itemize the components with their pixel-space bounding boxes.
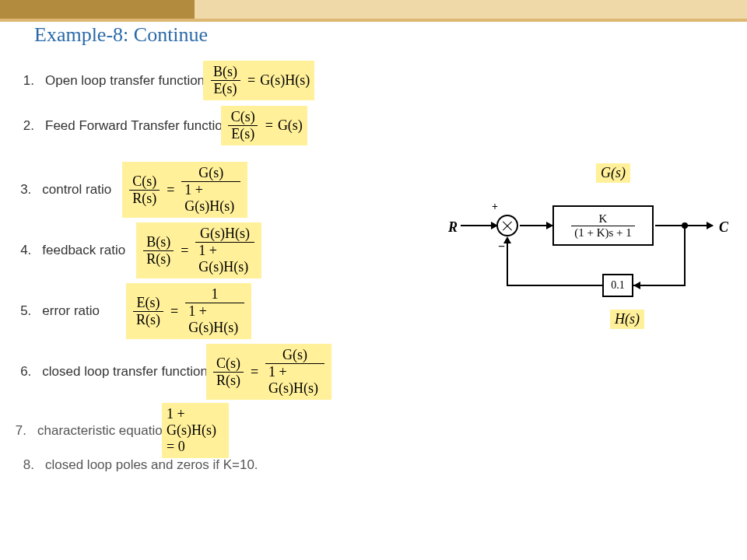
list-item: 6. closed loop transfer function C(s)R(s… <box>14 344 331 400</box>
block-diagram: G(s) H(s) R C + − K(1 + K)s + 1 0.1 <box>448 163 728 342</box>
wire <box>507 285 602 286</box>
item-number: 4. <box>14 243 31 258</box>
item-number: 2. <box>14 118 34 134</box>
list-item: 5. error ratio E(s)R(s) = 11 + G(s)H(s) <box>14 283 251 339</box>
slide-content: 1. Open loop transfer function B(s)E(s) … <box>0 61 747 560</box>
wire <box>684 226 686 286</box>
item-label: Feed Forward Transfer functio <box>45 118 223 134</box>
stripe-light <box>195 0 747 19</box>
item-label: characteristic equation <box>37 423 170 439</box>
arrow-icon <box>633 282 640 289</box>
diagram-body: R C + − K(1 + K)s + 1 0.1 <box>448 191 728 316</box>
plant-block: K(1 + K)s + 1 <box>552 205 654 246</box>
equation: B(s)R(s) = G(s)H(s)1 + G(s)H(s) <box>136 222 261 278</box>
equation: C(s)R(s) = G(s)1 + G(s)H(s) <box>122 162 247 218</box>
sum-plus: + <box>492 201 498 213</box>
equation: C(s)E(s) = G(s) <box>221 106 307 145</box>
output-label: C <box>719 219 728 236</box>
equation: 1 + G(s)H(s) = 0 <box>162 403 229 458</box>
equation: B(s)E(s) = G(s)H(s) <box>203 61 314 100</box>
equation: C(s)R(s) = G(s)1 + G(s)H(s) <box>206 344 331 400</box>
item-label: error ratio <box>42 303 100 319</box>
item-number: 5. <box>14 303 31 319</box>
g-label: G(s) <box>596 163 630 183</box>
summing-junction-icon <box>496 215 518 236</box>
wire <box>507 238 508 286</box>
arrow-icon <box>707 222 714 229</box>
header-stripe <box>0 0 747 19</box>
item-label: control ratio <box>42 182 111 198</box>
wire <box>633 285 686 286</box>
item-number: 6. <box>14 364 31 380</box>
item-label: feedback ratio <box>42 243 125 258</box>
slide-title: Example-8: Continue <box>34 23 208 47</box>
list-item: 1. Open loop transfer function B(s)E(s) … <box>14 61 314 100</box>
item-number: 7. <box>14 423 26 439</box>
arrow-icon <box>491 222 498 229</box>
list-item: 8. closed loop poles and zeros if K=10. <box>14 457 258 473</box>
item-label: closed loop poles and zeros if K=10. <box>45 457 258 473</box>
item-number: 3. <box>14 182 31 198</box>
item-label: Open loop transfer function <box>45 73 205 89</box>
list-item: 3. control ratio C(s)R(s) = G(s)1 + G(s)… <box>14 162 247 218</box>
header-divider <box>0 19 747 22</box>
item-number: 1. <box>14 73 34 89</box>
list-item: 4. feedback ratio B(s)R(s) = G(s)H(s)1 +… <box>14 222 261 278</box>
item-label: closed loop transfer function <box>42 364 208 380</box>
stripe-dark <box>0 0 195 19</box>
item-number: 8. <box>14 457 34 473</box>
feedback-block: 0.1 <box>602 274 633 297</box>
list-item: 7. characteristic equation 1 + G(s)H(s) … <box>14 403 229 458</box>
list-item: 2. Feed Forward Transfer functio C(s)E(s… <box>14 106 307 145</box>
equation: E(s)R(s) = 11 + G(s)H(s) <box>126 283 251 339</box>
input-label: R <box>448 219 458 236</box>
arrow-icon <box>503 236 511 243</box>
